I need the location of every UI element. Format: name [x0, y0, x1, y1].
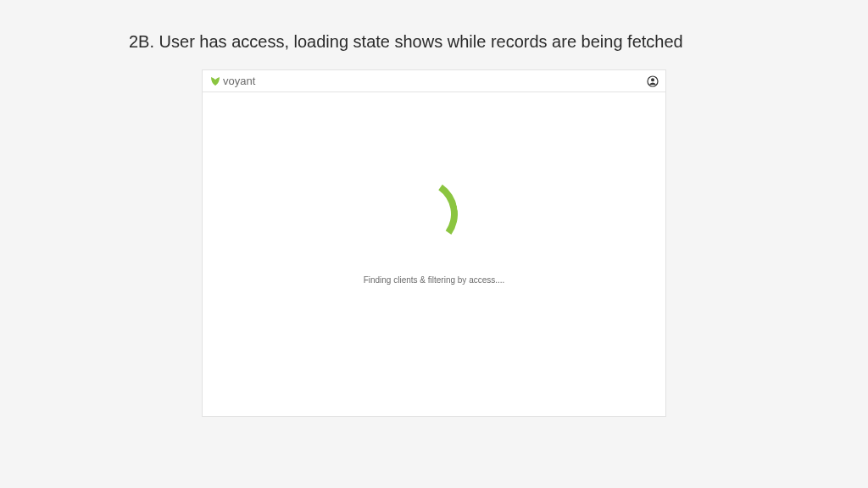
brand-name: voyant: [223, 75, 255, 87]
brand[interactable]: voyant: [209, 75, 255, 87]
svg-point-1: [651, 78, 654, 81]
loading-message: Finding clients & filtering by access...…: [364, 275, 505, 285]
spinner-clip: [411, 175, 458, 252]
brand-logo-icon: [209, 75, 221, 87]
app-window: voyant Finding clients & filtering by ac…: [202, 69, 666, 417]
top-bar: voyant: [203, 70, 665, 92]
content-area: Finding clients & filtering by access...…: [203, 92, 665, 416]
user-account-icon[interactable]: [647, 75, 659, 87]
loading-spinner-icon: [380, 172, 463, 255]
figure-caption: 2B. User has access, loading state shows…: [129, 32, 683, 52]
